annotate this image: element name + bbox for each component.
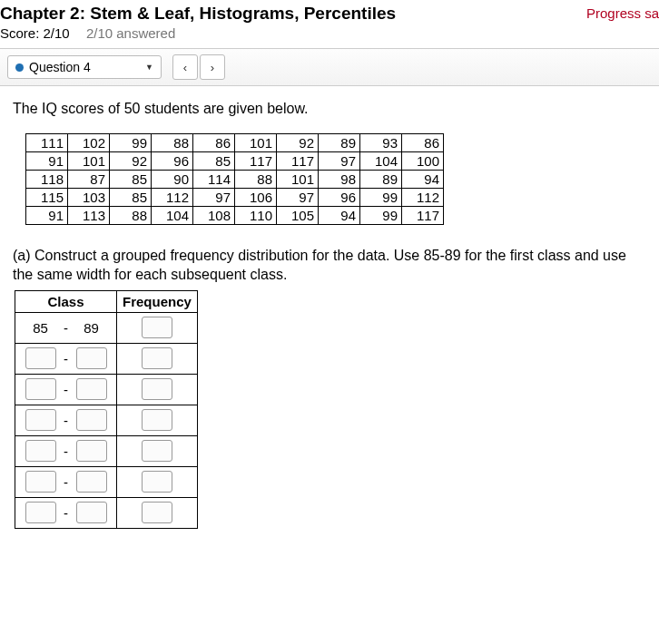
question-intro: The IQ scores of 50 students are given b… (13, 101, 646, 117)
next-question-button[interactable]: › (200, 54, 225, 80)
data-cell: 118 (26, 171, 68, 189)
answered-count: 2/10 answered (86, 25, 175, 41)
data-cell: 112 (402, 189, 444, 207)
frequency-input[interactable] (142, 347, 172, 369)
class-low-input[interactable] (25, 378, 56, 400)
data-cell: 101 (235, 134, 277, 152)
data-cell: 97 (193, 189, 235, 207)
data-cell: 108 (193, 207, 235, 225)
data-cell: 87 (68, 171, 110, 189)
data-cell: 117 (235, 152, 277, 171)
data-cell: 97 (277, 189, 319, 207)
data-cell: 104 (360, 152, 402, 171)
data-cell: 102 (68, 134, 110, 152)
data-cell: 104 (152, 207, 193, 225)
data-cell: 99 (360, 207, 402, 225)
data-cell: 91 (26, 152, 68, 171)
dash: - (62, 320, 71, 336)
dash: - (62, 382, 71, 397)
class-low-input[interactable] (25, 502, 56, 523)
question-label: Question 4 (29, 60, 91, 74)
class-low-input[interactable] (25, 440, 56, 462)
question-dropdown[interactable]: Question 4 ▼ (7, 55, 162, 79)
data-cell: 94 (402, 171, 444, 189)
data-cell: 115 (26, 189, 68, 207)
data-cell: 110 (235, 207, 277, 225)
data-cell: 99 (110, 134, 152, 152)
data-cell: 99 (360, 189, 402, 207)
frequency-input[interactable] (142, 502, 172, 523)
data-cell: 96 (319, 189, 360, 207)
data-cell: 101 (68, 152, 110, 171)
question-toolbar: Question 4 ▼ ‹ › (0, 48, 659, 86)
data-cell: 117 (277, 152, 319, 171)
class-low-fixed: 85 (25, 320, 56, 336)
data-cell: 105 (277, 207, 319, 225)
data-cell: 106 (235, 189, 277, 207)
dash: - (62, 444, 71, 459)
class-high-fixed: 89 (76, 320, 107, 336)
data-cell: 86 (193, 134, 235, 152)
class-low-input[interactable] (25, 471, 56, 493)
data-cell: 89 (319, 134, 360, 152)
class-high-input[interactable] (76, 378, 107, 400)
data-cell: 92 (110, 152, 152, 171)
chevron-down-icon: ▼ (145, 63, 153, 72)
data-cell: 86 (402, 134, 444, 152)
data-cell: 100 (402, 152, 444, 171)
data-cell: 98 (319, 171, 360, 189)
status-dot-icon (15, 63, 24, 72)
frequency-input[interactable] (142, 440, 172, 462)
data-cell: 114 (193, 171, 235, 189)
class-high-input[interactable] (76, 409, 107, 431)
data-cell: 117 (402, 207, 444, 225)
frequency-input[interactable] (142, 409, 172, 431)
data-cell: 88 (152, 134, 193, 152)
dash: - (62, 413, 71, 428)
score-value: Score: 2/10 (0, 25, 70, 41)
data-cell: 92 (277, 134, 319, 152)
class-high-input[interactable] (76, 502, 107, 523)
header-class: Class (15, 290, 117, 312)
data-cell: 91 (26, 207, 68, 225)
class-high-input[interactable] (76, 347, 107, 369)
class-low-input[interactable] (25, 347, 56, 369)
data-cell: 96 (152, 152, 193, 171)
data-cell: 88 (110, 207, 152, 225)
iq-data-table: 1111029988861019289938691101929685117117… (25, 133, 444, 225)
data-cell: 113 (68, 207, 110, 225)
data-cell: 112 (152, 189, 193, 207)
data-cell: 89 (360, 171, 402, 189)
prev-question-button[interactable]: ‹ (172, 54, 198, 80)
data-cell: 103 (68, 189, 110, 207)
chapter-title: Chapter 2: Stem & Leaf, Histograms, Perc… (0, 4, 652, 24)
progress-status: Progress sa (586, 5, 659, 21)
frequency-input[interactable] (142, 378, 172, 400)
data-cell: 85 (193, 152, 235, 171)
data-cell: 97 (319, 152, 360, 171)
data-cell: 111 (26, 134, 68, 152)
data-cell: 85 (110, 189, 152, 207)
header-frequency: Frequency (117, 290, 198, 312)
dash: - (62, 474, 71, 490)
data-cell: 88 (235, 171, 277, 189)
part-a-text: (a) Construct a grouped frequency distri… (13, 247, 646, 285)
frequency-table: Class Frequency 85 - 89 ------ (15, 290, 198, 529)
dash: - (62, 351, 71, 366)
data-cell: 101 (277, 171, 319, 189)
class-high-input[interactable] (76, 471, 107, 493)
frequency-input[interactable] (142, 317, 172, 338)
data-cell: 90 (152, 171, 193, 189)
data-cell: 85 (110, 171, 152, 189)
score-line: Score: 2/10 2/10 answered (0, 25, 652, 41)
data-cell: 94 (319, 207, 360, 225)
data-cell: 93 (360, 134, 402, 152)
class-high-input[interactable] (76, 440, 107, 462)
class-low-input[interactable] (25, 409, 56, 431)
dash: - (62, 505, 71, 521)
frequency-input[interactable] (142, 471, 172, 493)
